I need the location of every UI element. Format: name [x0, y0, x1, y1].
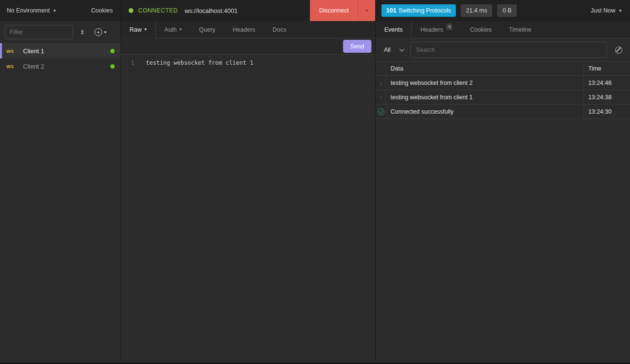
arrow-down-icon: ↓ — [379, 79, 382, 86]
icon-column-header — [376, 62, 386, 76]
sidebar-filter-row: ▲ ▼ + ▾ — [0, 21, 120, 43]
ws-method-tag: WS — [6, 48, 23, 54]
app-window: No Environment ▾ Cookies ▲ ▼ + ▾ WS Clie… — [0, 0, 630, 362]
status-badge: 101 Switching Protocols — [381, 4, 456, 17]
event-row-icon — [376, 105, 386, 119]
sidebar-item-label: Client 2 — [23, 63, 110, 70]
url-bar: CONNECTED Disconnect ▾ — [121, 0, 375, 21]
sort-desc-icon: ▼ — [81, 32, 84, 35]
send-row: Send — [121, 38, 375, 55]
headers-count-badge: 5 — [446, 23, 452, 30]
status-text: Switching Protocols — [399, 7, 451, 14]
event-row-icon: ↓ — [376, 76, 386, 90]
clear-events-button[interactable] — [613, 47, 624, 54]
filter-input[interactable] — [5, 25, 73, 39]
disconnect-dropdown-button[interactable]: ▾ — [358, 0, 375, 21]
sidebar-item-client-2[interactable]: WS Client 2 — [0, 59, 120, 74]
duration-badge: 21.4 ms — [461, 4, 492, 17]
event-row-data[interactable]: Connected successfully — [386, 105, 584, 119]
event-row-time: 13:24:38 — [584, 90, 630, 105]
event-row-time: 13:24:30 — [584, 105, 630, 119]
connection-status-dot — [110, 49, 115, 53]
disconnect-button-group: Disconnect ▾ — [310, 0, 375, 21]
tab-label: Cookies — [470, 26, 491, 33]
plus-circle-icon: + — [95, 28, 102, 36]
connection-status-dot — [110, 64, 115, 69]
add-request-button[interactable]: + ▾ — [95, 28, 107, 36]
tab-label: Query — [199, 26, 215, 33]
request-panel: CONNECTED Disconnect ▾ Raw ▾ Auth ▾ Q — [121, 0, 376, 362]
environment-dropdown[interactable]: No Environment ▾ — [7, 7, 56, 14]
tab-docs[interactable]: Docs — [264, 21, 295, 38]
sidebar: No Environment ▾ Cookies ▲ ▼ + ▾ WS Clie… — [0, 0, 121, 362]
response-meta-bar: 101 Switching Protocols 21.4 ms 0 B Just… — [376, 0, 630, 21]
tab-label: Events — [384, 26, 403, 33]
event-type-value: All — [384, 47, 391, 53]
events-filter-row: All — [376, 38, 630, 61]
chevron-down-icon: ▾ — [619, 9, 621, 13]
event-type-select[interactable]: All — [384, 47, 404, 53]
response-tabs: Events Headers5 Cookies Timeline — [376, 21, 630, 38]
event-row-data[interactable]: testing websocket from client 1 — [386, 90, 584, 105]
tab-label: Docs — [273, 26, 286, 33]
tab-timeline[interactable]: Timeline — [500, 21, 540, 38]
chevron-down-icon: ▾ — [366, 9, 368, 13]
connection-status-label: CONNECTED — [138, 7, 178, 14]
event-row-time: 13:24:46 — [584, 76, 630, 90]
sidebar-item-client-1[interactable]: WS Client 1 — [0, 43, 120, 59]
cookies-button[interactable]: Cookies — [91, 7, 113, 14]
request-list: WS Client 1 WS Client 2 — [0, 43, 120, 362]
response-panel: 101 Switching Protocols 21.4 ms 0 B Just… — [376, 0, 630, 362]
tab-label: Headers — [420, 26, 443, 33]
tab-raw[interactable]: Raw ▾ — [121, 21, 156, 38]
tab-cookies[interactable]: Cookies — [461, 21, 500, 38]
check-circle-icon — [378, 108, 384, 115]
connected-dot-icon — [129, 8, 133, 13]
message-editor[interactable]: 1 testing websocket from client 1 — [121, 55, 375, 362]
url-input[interactable] — [185, 7, 310, 14]
chevron-down-icon: ▾ — [54, 9, 56, 13]
tab-label: Headers — [233, 26, 255, 33]
tab-label: Raw — [130, 26, 142, 33]
sidebar-header: No Environment ▾ Cookies — [0, 0, 120, 21]
events-table: Data Time ↓ testing websocket from clien… — [376, 61, 630, 119]
tab-response-headers[interactable]: Headers5 — [412, 21, 461, 38]
ws-method-tag: WS — [6, 64, 23, 69]
disconnect-label: Disconnect — [319, 7, 349, 14]
sidebar-item-label: Client 1 — [23, 47, 110, 55]
environment-label: No Environment — [7, 7, 50, 14]
tab-auth[interactable]: Auth ▾ — [156, 21, 190, 38]
chevron-down-icon: ▾ — [179, 27, 182, 32]
recency-label: Just Now — [591, 7, 615, 14]
tab-label: Timeline — [509, 26, 532, 33]
line-number: 1 — [121, 59, 139, 67]
prohibit-icon — [615, 47, 622, 54]
event-row-icon: ↑ — [376, 90, 386, 105]
editor-line: 1 testing websocket from client 1 — [121, 59, 375, 67]
tab-events[interactable]: Events — [376, 21, 412, 38]
chevron-down-icon — [399, 47, 404, 51]
tab-label: Auth — [165, 26, 177, 33]
app-footer — [0, 362, 630, 364]
send-button[interactable]: Send — [343, 40, 371, 53]
response-history-dropdown[interactable]: Just Now ▾ — [591, 7, 624, 14]
events-search-input[interactable] — [410, 42, 607, 58]
arrow-up-icon: ↑ — [379, 94, 382, 101]
size-badge: 0 B — [497, 4, 517, 17]
tab-headers[interactable]: Headers — [224, 21, 264, 38]
chevron-down-icon: ▾ — [144, 27, 147, 32]
data-column-header: Data — [386, 62, 584, 76]
sort-button[interactable]: ▲ ▼ — [81, 29, 84, 35]
request-tabs: Raw ▾ Auth ▾ Query Headers Docs — [121, 21, 375, 38]
chevron-down-icon: ▾ — [104, 30, 107, 35]
event-row-data[interactable]: testing websocket from client 2 — [386, 76, 584, 90]
status-code: 101 — [386, 7, 396, 14]
disconnect-button[interactable]: Disconnect — [310, 0, 358, 21]
tab-query[interactable]: Query — [190, 21, 224, 38]
editor-text: testing websocket from client 1 — [139, 59, 253, 67]
time-column-header: Time — [584, 62, 630, 76]
